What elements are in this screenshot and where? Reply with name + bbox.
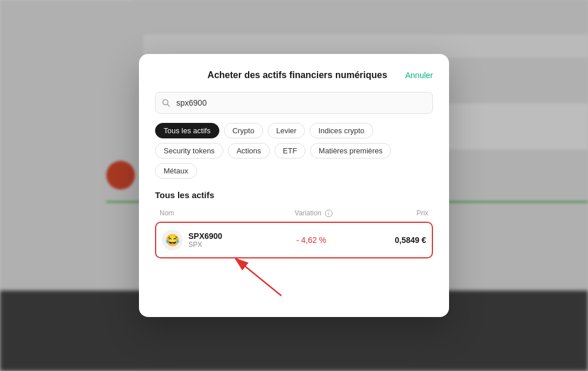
svg-line-1 [168,104,170,106]
buy-assets-modal: Acheter des actifs financiers numériques… [139,54,449,317]
asset-name-group: SPX6900 SPX [188,231,222,249]
asset-ticker: SPX [188,241,222,249]
chip-metaux[interactable]: Métaux [155,163,197,179]
arrow-annotation [155,253,433,299]
asset-price: 0,5849 € [357,235,426,245]
chip-matieres-premieres[interactable]: Matières premières [310,143,391,159]
col-prix-label: Prix [359,209,428,217]
search-container [155,92,433,114]
col-nom-label: Nom [160,209,268,217]
chip-crypto[interactable]: Crypto [224,123,263,138]
variation-info-icon[interactable]: i [325,210,332,217]
table-header: Nom Variation i Prix [155,207,433,219]
cancel-button[interactable]: Annuler [405,71,433,80]
chip-security-tokens[interactable]: Security tokens [155,143,223,159]
chip-etf[interactable]: ETF [274,143,306,159]
svg-line-3 [235,258,281,296]
chip-actions[interactable]: Actions [228,143,270,159]
col-variation-label: Variation i [268,209,359,217]
search-input[interactable] [155,92,433,114]
asset-variation: - 4,62 % [265,235,357,245]
asset-logo: 😂 [162,230,183,250]
search-icon [162,99,170,107]
section-title: Tous les actifs [155,190,433,200]
asset-name: SPX6900 [188,231,222,241]
chip-indices-crypto[interactable]: Indices crypto [310,123,373,138]
chip-tous-les-actifs[interactable]: Tous les actifs [155,123,219,138]
modal-title: Acheter des actifs financiers numériques [189,70,405,80]
filter-chips: Tous les actifs Crypto Levier Indices cr… [155,123,433,179]
asset-name-cell: 😂 SPX6900 SPX [162,230,265,250]
chip-levier[interactable]: Levier [268,123,305,138]
modal-header: Acheter des actifs financiers numériques… [155,70,433,80]
red-arrow-svg [212,253,327,299]
